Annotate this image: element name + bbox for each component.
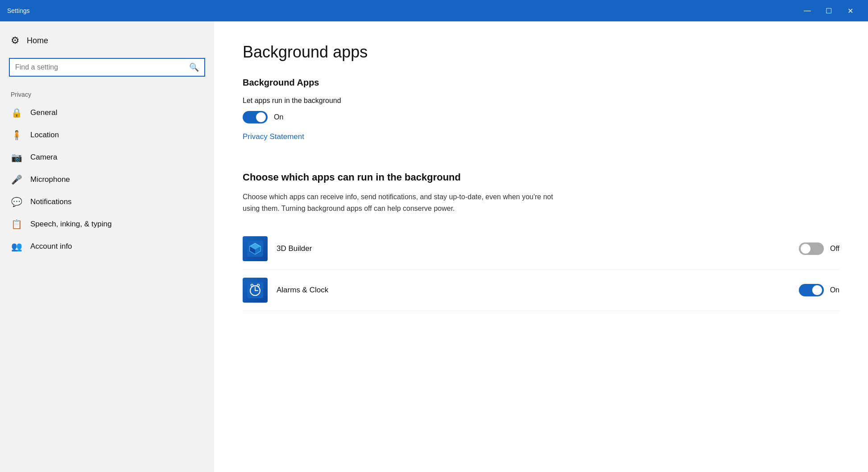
choose-title: Choose which apps can run in the backgro… (243, 172, 839, 183)
gear-icon: ⚙ (11, 35, 20, 46)
app-title: Settings (7, 7, 30, 14)
app-item-3d-builder: 3D Builder Off (243, 228, 839, 270)
3d-builder-svg (247, 241, 263, 257)
minimize-button[interactable]: — (797, 0, 818, 21)
3d-builder-name: 3D Builder (277, 244, 799, 253)
search-box: 🔍 (9, 58, 205, 77)
sidebar-label-speech: Speech, inking, & typing (30, 220, 112, 229)
main-toggle-label: On (274, 113, 283, 121)
sidebar-item-general[interactable]: 🔒 General (0, 102, 214, 124)
location-icon: 🧍 (11, 130, 22, 140)
search-input[interactable] (15, 63, 189, 71)
privacy-statement-link[interactable]: Privacy Statement (243, 132, 304, 141)
window-controls: — ☐ ✕ (797, 0, 861, 21)
3d-builder-toggle-knob (801, 244, 810, 254)
lock-icon: 🔒 (11, 107, 22, 118)
speech-icon: 📋 (11, 219, 22, 230)
microphone-icon: 🎤 (11, 174, 22, 185)
sidebar-item-account[interactable]: 👥 Account info (0, 235, 214, 258)
sidebar-item-microphone[interactable]: 🎤 Microphone (0, 168, 214, 191)
sidebar-section-privacy: Privacy (0, 86, 214, 102)
main-container: ⚙ Home 🔍 Privacy 🔒 General 🧍 Location 📷 … (0, 21, 868, 472)
notifications-icon: 💬 (11, 197, 22, 207)
sidebar-label-general: General (30, 108, 57, 117)
alarms-clock-icon (243, 278, 268, 303)
account-icon: 👥 (11, 241, 22, 252)
alarms-clock-toggle-area: On (799, 284, 839, 296)
alarms-clock-toggle-knob (812, 285, 822, 295)
let-apps-label: Let apps run in the background (243, 97, 839, 105)
sidebar-item-location[interactable]: 🧍 Location (0, 124, 214, 146)
maximize-button[interactable]: ☐ (818, 0, 839, 21)
3d-builder-toggle-label: Off (830, 245, 839, 253)
alarms-clock-toggle[interactable] (799, 284, 824, 296)
sidebar-item-camera[interactable]: 📷 Camera (0, 146, 214, 168)
main-toggle-row: On (243, 111, 839, 123)
sidebar-label-camera: Camera (30, 153, 57, 162)
sidebar: ⚙ Home 🔍 Privacy 🔒 General 🧍 Location 📷 … (0, 21, 214, 472)
search-icon: 🔍 (189, 62, 199, 72)
sidebar-label-microphone: Microphone (30, 175, 70, 184)
clock-svg (247, 282, 263, 298)
bg-apps-section-title: Background Apps (243, 78, 839, 88)
sidebar-label-location: Location (30, 131, 59, 140)
alarms-clock-name: Alarms & Clock (277, 286, 799, 295)
sidebar-item-speech[interactable]: 📋 Speech, inking, & typing (0, 213, 214, 235)
alarms-clock-toggle-label: On (830, 286, 839, 294)
sidebar-label-account: Account info (30, 242, 72, 251)
main-background-toggle[interactable] (243, 111, 268, 123)
sidebar-item-notifications[interactable]: 💬 Notifications (0, 191, 214, 213)
sidebar-label-notifications: Notifications (30, 197, 72, 206)
choose-desc: Choose which apps can receive info, send… (243, 191, 564, 214)
content-area: Background apps Background Apps Let apps… (214, 21, 868, 472)
3d-builder-icon (243, 236, 268, 261)
app-list: 3D Builder Off (243, 228, 839, 311)
titlebar: Settings — ☐ ✕ (0, 0, 868, 21)
sidebar-item-home[interactable]: ⚙ Home (0, 29, 214, 53)
app-item-alarms-clock: Alarms & Clock On (243, 270, 839, 311)
page-title: Background apps (243, 43, 839, 62)
home-label: Home (27, 36, 48, 45)
3d-builder-toggle[interactable] (799, 242, 824, 255)
close-button[interactable]: ✕ (839, 0, 861, 21)
toggle-knob (256, 112, 266, 122)
3d-builder-toggle-area: Off (799, 242, 839, 255)
camera-icon: 📷 (11, 152, 22, 163)
